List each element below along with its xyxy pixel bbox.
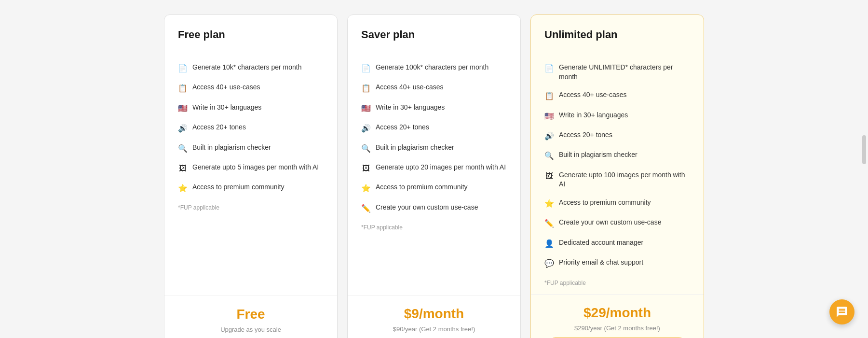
plagiarism-icon: 🔍	[544, 151, 554, 161]
star-icon: ⭐	[361, 183, 371, 194]
free-plan-name: Free plan	[178, 28, 324, 41]
free-features-list: 📄 Generate 10k* characters per month 📋 A…	[164, 58, 337, 198]
saver-plan-name: Saver plan	[361, 28, 507, 41]
list-item: 🖼 Generate upto 5 images per month with …	[178, 158, 324, 178]
list-item: 🇺🇸 Write in 30+ languages	[178, 99, 324, 118]
tones-icon: 🔊	[361, 123, 371, 134]
unlimited-features-list: 📄 Generate UNLIMITED* characters per mon…	[531, 58, 704, 274]
list-item: ✏️ Create your own custom use-case	[361, 198, 507, 218]
saver-plan-price: $9/month	[404, 306, 464, 322]
edit-icon: ✏️	[361, 203, 371, 214]
edit-icon: ✏️	[544, 218, 554, 229]
clipboard-icon: 📋	[361, 83, 371, 94]
list-item: ✏️ Create your own custom use-case	[544, 213, 690, 233]
unlimited-plan-price: $29/month	[583, 305, 651, 321]
plagiarism-icon: 🔍	[361, 143, 371, 154]
list-item: 🔊 Access 20+ tones	[544, 126, 690, 146]
saver-plan-card: Saver plan 📄 Generate 100k* characters p…	[347, 14, 521, 338]
plagiarism-icon: 🔍	[178, 143, 188, 154]
list-item: 🔍 Built in plagiarism checker	[544, 146, 690, 166]
list-item: 🔍 Built in plagiarism checker	[361, 139, 507, 158]
free-plan-price: Free	[236, 307, 265, 322]
list-item: 📋 Access 40+ use-cases	[544, 86, 690, 106]
image-icon: 🖼	[361, 163, 371, 174]
language-icon: 🇺🇸	[544, 111, 554, 122]
list-item: 📄 Generate 100k* characters per month	[361, 58, 507, 78]
tones-icon: 🔊	[544, 131, 554, 141]
list-item: 🖼 Generate upto 100 images per month wit…	[544, 166, 690, 194]
unlimited-plan-price-sub: $290/year (Get 2 months free!)	[574, 324, 660, 332]
saver-plan-footer: $9/month $90/year (Get 2 months free!) ✓…	[348, 295, 520, 338]
unlimited-plan-footer: $29/month $290/year (Get 2 months free!)…	[531, 294, 704, 338]
saver-plan-price-sub: $90/year (Get 2 months free!)	[393, 325, 475, 333]
list-item: 🖼 Generate upto 20 images per month with…	[361, 158, 507, 178]
unlimited-plan-header: Unlimited plan	[531, 15, 704, 58]
free-plan-footer: Free Upgrade as you scale Start now →	[164, 296, 337, 338]
saver-fup-note: *FUP applicable	[348, 218, 520, 239]
chat-button[interactable]	[829, 299, 854, 324]
list-item: 📄 Generate 10k* characters per month	[178, 58, 324, 78]
list-item: 📋 Access 40+ use-cases	[178, 78, 324, 98]
list-item: 🔍 Built in plagiarism checker	[178, 139, 324, 158]
clipboard-icon: 📋	[178, 83, 188, 94]
star-icon: ⭐	[544, 198, 554, 209]
document-icon: 📄	[544, 63, 554, 74]
list-item: ⭐ Access to premium community	[178, 178, 324, 198]
clipboard-icon: 📋	[544, 91, 554, 101]
list-item: 🇺🇸 Write in 30+ languages	[361, 99, 507, 118]
tones-icon: 🔊	[178, 123, 188, 134]
free-fup-note: *FUP applicable	[164, 198, 337, 219]
image-icon: 🖼	[178, 163, 188, 174]
free-plan-price-sub: Upgrade as you scale	[220, 326, 281, 333]
list-item: 📋 Access 40+ use-cases	[361, 78, 507, 98]
list-item: 🔊 Access 20+ tones	[178, 118, 324, 138]
document-icon: 📄	[178, 63, 188, 74]
chat-support-icon: 💬	[544, 258, 554, 269]
saver-plan-header: Saver plan	[348, 15, 520, 58]
document-icon: 📄	[361, 63, 371, 74]
unlimited-plan-card: Unlimited plan 📄 Generate UNLIMITED* cha…	[530, 14, 704, 338]
scrollbar[interactable]	[862, 135, 866, 164]
list-item: 📄 Generate UNLIMITED* characters per mon…	[544, 58, 690, 86]
unlimited-fup-note: *FUP applicable	[531, 274, 704, 294]
language-icon: 🇺🇸	[178, 103, 188, 114]
list-item: 💬 Priority email & chat support	[544, 254, 690, 273]
saver-features-list: 📄 Generate 100k* characters per month 📋 …	[348, 58, 520, 218]
plans-container: Free plan 📄 Generate 10k* characters per…	[145, 14, 723, 338]
unlimited-plan-name: Unlimited plan	[544, 28, 690, 41]
star-icon: ⭐	[178, 183, 188, 194]
list-item: ⭐ Access to premium community	[544, 194, 690, 213]
language-icon: 🇺🇸	[361, 103, 371, 114]
free-plan-card: Free plan 📄 Generate 10k* characters per…	[164, 14, 338, 338]
image-icon: 🖼	[544, 171, 554, 182]
list-item: 🔊 Access 20+ tones	[361, 118, 507, 138]
list-item: ⭐ Access to premium community	[361, 178, 507, 198]
chat-icon	[836, 306, 848, 318]
account-manager-icon: 👤	[544, 239, 554, 249]
list-item: 🇺🇸 Write in 30+ languages	[544, 106, 690, 126]
free-plan-header: Free plan	[164, 15, 337, 58]
list-item: 👤 Dedicated account manager	[544, 234, 690, 254]
